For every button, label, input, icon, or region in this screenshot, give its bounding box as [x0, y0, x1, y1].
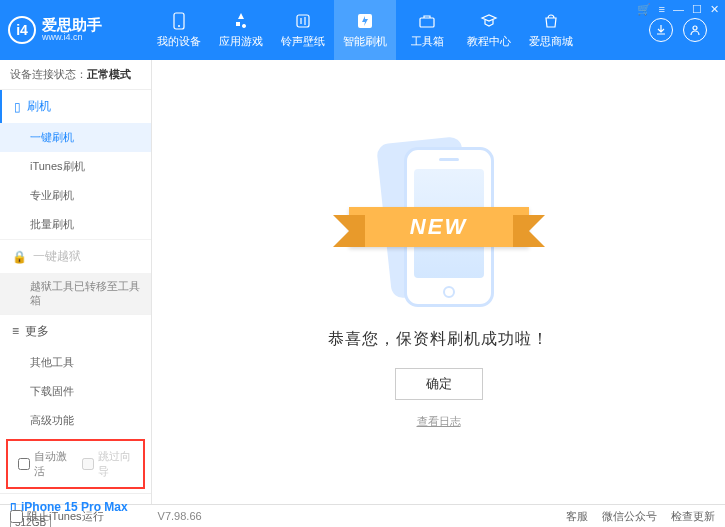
top-nav: 我的设备 应用游戏 铃声壁纸 智能刷机 工具箱 教程中心 爱思商城: [148, 0, 582, 60]
store-icon: [541, 11, 561, 31]
apps-icon: [231, 11, 251, 31]
checkbox-auto-activate[interactable]: 自动激活: [18, 449, 70, 479]
shopping-cart-icon[interactable]: 🛒: [637, 3, 651, 16]
checkbox-skip-wizard[interactable]: 跳过向导: [82, 449, 134, 479]
header-right: [649, 18, 717, 42]
nav-ringtones[interactable]: 铃声壁纸: [272, 0, 334, 60]
sidebar-jailbreak-note: 越狱工具已转移至工具箱: [0, 273, 151, 314]
app-header: 🛒 ≡ — ☐ ✕ i4 爱思助手 www.i4.cn 我的设备 应用游戏 铃声…: [0, 0, 725, 60]
maximize-icon[interactable]: ☐: [692, 3, 702, 16]
ringtones-icon: [293, 11, 313, 31]
user-icon[interactable]: [683, 18, 707, 42]
version-label: V7.98.66: [158, 510, 202, 522]
minimize-icon[interactable]: —: [673, 3, 684, 16]
tutorial-icon: [479, 11, 499, 31]
logo-area: i4 爱思助手 www.i4.cn: [8, 16, 148, 44]
success-message: 恭喜您，保资料刷机成功啦！: [328, 329, 549, 350]
footer-check-update[interactable]: 检查更新: [671, 509, 715, 524]
nav-tutorials[interactable]: 教程中心: [458, 0, 520, 60]
footer-support[interactable]: 客服: [566, 509, 588, 524]
confirm-button[interactable]: 确定: [395, 368, 483, 400]
block-itunes-checkbox[interactable]: 阻止iTunes运行: [10, 509, 104, 524]
nav-store[interactable]: 爱思商城: [520, 0, 582, 60]
nav-apps-games[interactable]: 应用游戏: [210, 0, 272, 60]
flash-icon: [355, 11, 375, 31]
device-icon: [169, 11, 189, 31]
sidebar-item-itunes-flash[interactable]: iTunes刷机: [0, 152, 151, 181]
app-url: www.i4.cn: [42, 33, 102, 43]
svg-point-5: [693, 26, 697, 30]
sidebar-item-oneclick-flash[interactable]: 一键刷机: [0, 123, 151, 152]
sidebar-head-jailbreak: 🔒 一键越狱: [0, 239, 151, 273]
success-illustration: NEW: [329, 135, 549, 315]
svg-point-1: [178, 25, 180, 27]
nav-my-device[interactable]: 我的设备: [148, 0, 210, 60]
svg-rect-2: [297, 15, 309, 27]
sidebar-item-advanced[interactable]: 高级功能: [0, 406, 151, 435]
checkbox-highlight-box: 自动激活 跳过向导: [6, 439, 145, 489]
sidebar: 设备连接状态：正常模式 ▯ 刷机 一键刷机 iTunes刷机 专业刷机 批量刷机…: [0, 60, 152, 504]
svg-rect-4: [420, 18, 434, 27]
view-log-link[interactable]: 查看日志: [417, 414, 461, 429]
close-icon[interactable]: ✕: [710, 3, 719, 16]
sidebar-head-more[interactable]: ≡ 更多: [0, 314, 151, 348]
menu-icon[interactable]: ≡: [659, 3, 665, 16]
sidebar-item-other-tools[interactable]: 其他工具: [0, 348, 151, 377]
download-icon[interactable]: [649, 18, 673, 42]
nav-toolbox[interactable]: 工具箱: [396, 0, 458, 60]
sidebar-item-batch-flash[interactable]: 批量刷机: [0, 210, 151, 239]
connection-status: 设备连接状态：正常模式: [0, 60, 151, 90]
app-title: 爱思助手: [42, 17, 102, 34]
window-controls: 🛒 ≡ — ☐ ✕: [637, 3, 719, 16]
sidebar-item-download-firmware[interactable]: 下载固件: [0, 377, 151, 406]
footer-wechat[interactable]: 微信公众号: [602, 509, 657, 524]
menu-icon: ≡: [12, 324, 19, 338]
logo-icon: i4: [8, 16, 36, 44]
toolbox-icon: [417, 11, 437, 31]
lock-icon: 🔒: [12, 250, 27, 264]
sidebar-head-flash[interactable]: ▯ 刷机: [0, 90, 151, 123]
phone-icon: ▯: [14, 100, 21, 114]
main-content: NEW 恭喜您，保资料刷机成功啦！ 确定 查看日志: [152, 60, 725, 504]
nav-smart-flash[interactable]: 智能刷机: [334, 0, 396, 60]
sidebar-item-pro-flash[interactable]: 专业刷机: [0, 181, 151, 210]
new-ribbon: NEW: [349, 207, 529, 247]
